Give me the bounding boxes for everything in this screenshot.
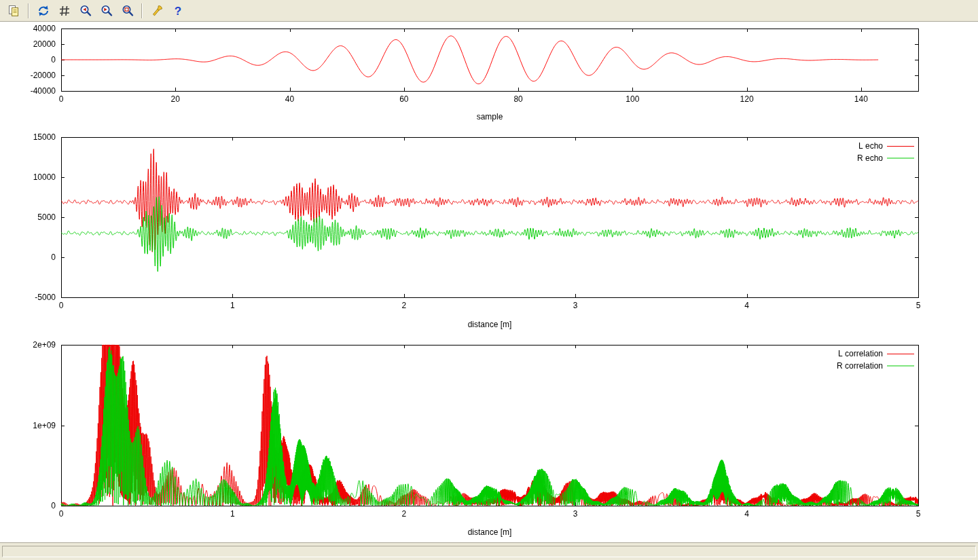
replot-button[interactable] [34, 2, 52, 20]
zoom-previous-icon [79, 4, 92, 18]
autoscale-button[interactable] [118, 2, 137, 20]
help-button[interactable]: ? [168, 2, 187, 20]
svg-text:?: ? [174, 4, 181, 17]
toolbar-separator [28, 3, 29, 18]
configure-button[interactable] [147, 2, 166, 20]
autoscale-icon [121, 4, 134, 18]
pulse-chart-canvas[interactable] [0, 24, 978, 133]
toolbar-separator [141, 3, 143, 18]
correlation-chart-canvas[interactable] [0, 339, 978, 542]
echo-chart-canvas[interactable] [0, 133, 978, 337]
status-bar [0, 542, 978, 560]
zoom-next-button[interactable] [97, 2, 115, 20]
zoom-next-icon [100, 4, 113, 18]
help-icon: ? [171, 4, 185, 18]
grid-toggle-button[interactable] [55, 2, 73, 20]
copy-to-clipboard-button[interactable] [5, 2, 23, 20]
replot-icon [37, 4, 50, 18]
zoom-previous-button[interactable] [76, 2, 94, 20]
toolbar: ? [0, 0, 978, 22]
copy-to-clipboard-icon [7, 4, 21, 18]
gnuplot-window: ? [0, 0, 978, 560]
wrench-icon [150, 4, 164, 18]
grid-icon [58, 4, 71, 18]
status-text [2, 546, 976, 557]
